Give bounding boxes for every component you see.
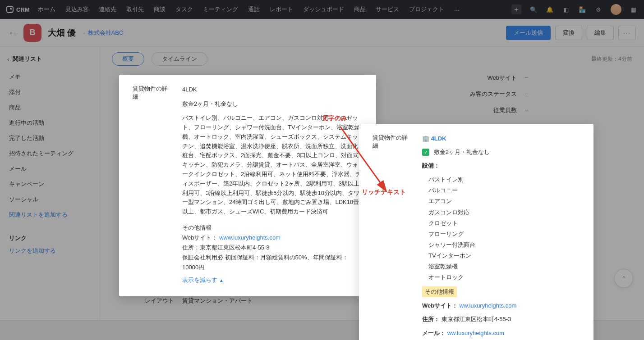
cardB-facility-item: クロゼット — [428, 218, 580, 229]
cardB-website-row: Webサイト： ww.luxuryheights.com — [422, 301, 580, 311]
cardA-show-less-link[interactable]: 表示を減らす▲ — [182, 275, 224, 285]
cardB-heading-row: 🏢 4LDK — [422, 134, 580, 144]
cardB-label: 賃貸物件の詳細 — [373, 134, 411, 340]
cardB-website-link[interactable]: ww.luxuryheights.com — [460, 302, 516, 309]
cardA-body: 4LDK 敷金2ヶ月・礼金なし バストイレ別、バルコニー、エアコン、ガスコンロ対… — [182, 85, 363, 286]
cardA-other-heading: その他情報 — [182, 223, 363, 233]
detail-card-plaintext: 賃貸物件の詳細 4LDK 敷金2ヶ月・礼金なし バストイレ別、バルコニー、エアコ… — [119, 75, 376, 296]
cardA-line1: 4LDK — [182, 85, 363, 95]
app-root: CRM ホーム 見込み客 連絡先 取引先 商談 タスク ミーティング 通話 レポ… — [0, 0, 644, 340]
check-icon: ✓ — [422, 149, 429, 156]
cardB-ldk-link[interactable]: 4LDK — [431, 135, 446, 142]
cardB-facility-item: エアコン — [428, 196, 580, 207]
cardB-facility-item: バストイレ別 — [428, 174, 580, 185]
cardB-facilities-heading: 設備： — [422, 161, 580, 171]
cardB-facility-item: TVインターホン — [428, 250, 580, 261]
cardB-facilities-list: バストイレ別 バルコニー エアコン ガスコンロ対応 クロゼット フローリング シ… — [422, 174, 580, 283]
cardB-facility-item: 浴室乾燥機 — [428, 261, 580, 272]
cardA-features: バストイレ別、バルコニー、エアコン、ガスコンロ対応、クロゼット、フローリング、シ… — [182, 113, 363, 217]
cardA-website-link[interactable]: www.luxuryheights.com — [219, 234, 281, 241]
cardB-address-row: 住所： 東京都江東区松本町4-55-3 — [422, 314, 580, 324]
cardA-guarantee-row: 保証会社利用必 初回保証料：月額総賃料の50%、年間保証料：10000円 — [182, 253, 363, 272]
cardB-mail-link[interactable]: ww.luxuryheights.com — [447, 330, 504, 336]
cardA-address-row: 住所：東京都江東区松本町4-55-3 — [182, 243, 363, 253]
cardB-facility-item: フローリング — [428, 229, 580, 240]
cardA-line2: 敷金2ヶ月・礼金なし — [182, 99, 363, 109]
building-icon: 🏢 — [422, 135, 429, 142]
cardB-deposit-row: ✓ 敷金2ヶ月・礼金なし — [422, 147, 580, 157]
detail-card-richtext: 賃貸物件の詳細 🏢 4LDK ✓ 敷金2ヶ月・礼金なし 設備： バストイレ別 バ… — [359, 124, 593, 340]
cardB-facility-item: バルコニー — [428, 185, 580, 196]
cardB-body: 🏢 4LDK ✓ 敷金2ヶ月・礼金なし 設備： バストイレ別 バルコニー エアコ… — [422, 134, 580, 340]
cardA-label: 賃貸物件の詳細 — [133, 85, 171, 286]
cardB-facility-item: ガスコンロ対応 — [428, 207, 580, 218]
cardB-facility-item: シャワー付洗面台 — [428, 240, 580, 250]
cardB-facility-item: オートロック — [428, 272, 580, 283]
cardB-mail-row: メール： ww.luxuryheights.com — [422, 328, 580, 338]
cardA-website-row: Webサイト： www.luxuryheights.com — [182, 233, 363, 243]
cardB-other-heading: その他情報 — [422, 286, 457, 297]
